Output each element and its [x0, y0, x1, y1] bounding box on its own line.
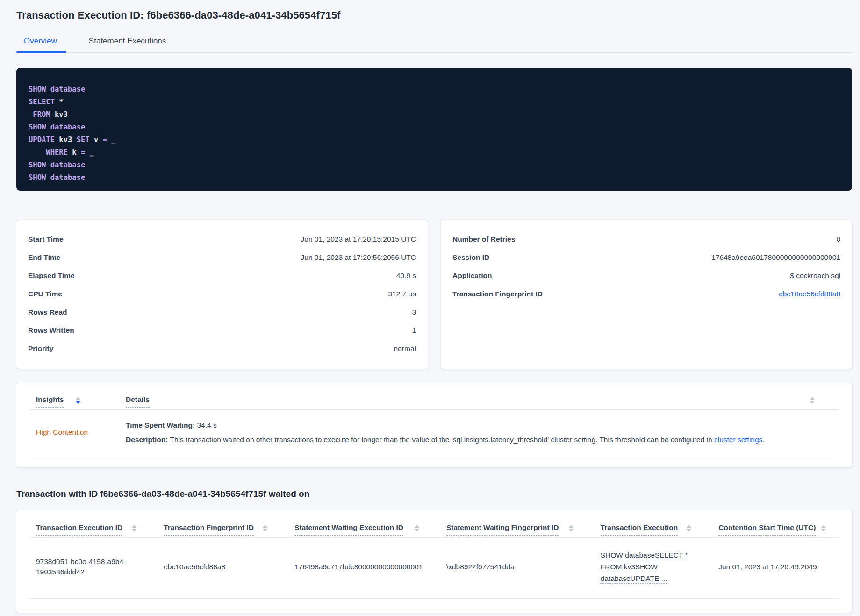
insights-header-label[interactable]: Insights [36, 395, 64, 408]
summary-label: Number of Retries [452, 235, 515, 244]
sort-icon[interactable] [569, 525, 573, 532]
sort-icon[interactable] [415, 525, 419, 532]
sql-line: SHOW database [29, 172, 839, 184]
sql-token: _ [107, 136, 116, 144]
tab-overview[interactable]: Overview [16, 35, 66, 52]
sort-icon[interactable] [810, 397, 815, 404]
time-spent-waiting-value: 34.4 s [195, 421, 217, 429]
description-label: Description: [126, 436, 168, 444]
sql-line: SHOW database [29, 159, 839, 172]
column-header-label[interactable]: Transaction Execution [601, 523, 678, 536]
tab-bar: Overview Statement Executions [16, 35, 852, 53]
insights-card: Insights Details High Contention Time Sp… [16, 382, 852, 467]
sort-down-icon [821, 529, 826, 532]
transaction-execution-statement-link[interactable]: SHOW databaseSELECT * FROM kv3SHOW datab… [601, 551, 688, 582]
sql-line: UPDATE kv3 SET v = _ [29, 134, 839, 146]
sort-down-icon [263, 529, 267, 532]
tab-statement-executions[interactable]: Statement Executions [79, 35, 175, 52]
application-value: $ cockroach sql [790, 272, 840, 280]
column-header-label[interactable]: Transaction Fingerprint ID [164, 523, 254, 536]
sql-token: _ [85, 148, 94, 157]
session-id-value: 17648a9eea6017800000000000000001 [711, 253, 840, 262]
insights-table-header: Insights Details [29, 390, 839, 410]
column-header-statement-waiting-execution-id[interactable]: Statement Waiting Execution ID [294, 523, 446, 536]
summary-label: Rows Written [28, 326, 74, 335]
sort-up-icon [415, 525, 419, 528]
insight-details: Time Spent Waiting: 34.4 s Description: … [126, 420, 839, 444]
column-header-label[interactable]: Statement Waiting Fingerprint ID [446, 523, 559, 536]
elapsed-time-value: 40.9 s [396, 272, 416, 280]
column-header-label[interactable]: Contention Start Time (UTC) [718, 523, 816, 536]
sort-up-icon [132, 525, 136, 528]
summary-row-end-time: End Time Jun 01, 2023 at 17:20:56:2056 U… [28, 248, 416, 266]
time-spent-waiting-label: Time Spent Waiting: [126, 421, 195, 429]
summary-label: End Time [28, 253, 60, 262]
cell-statement-waiting-execution-id: 176498a9c717bdc80000000000000001 [294, 562, 446, 572]
summary-row-rows-read: Rows Read 3 [28, 303, 416, 321]
end-time-value: Jun 01, 2023 at 17:20:56:2056 UTC [301, 253, 416, 262]
sort-down-icon [132, 529, 136, 532]
sql-token [29, 110, 33, 119]
retries-value: 0 [836, 235, 840, 244]
sql-token: = [103, 136, 107, 144]
cell-transaction-execution: SHOW databaseSELECT * FROM kv3SHOW datab… [601, 549, 719, 584]
execution-summary-card: Start Time Jun 01, 2023 at 17:20:15:2015… [16, 220, 428, 369]
transaction-fingerprint-link[interactable]: ebc10ae56cfd88a8 [779, 290, 840, 298]
cpu-time-value: 312.7 µs [388, 290, 416, 298]
session-summary-card: Number of Retries 0 Session ID 17648a9ee… [441, 220, 852, 369]
sql-token: * [55, 98, 64, 106]
sql-token: kv3 [50, 110, 68, 119]
column-header-contention-start-time[interactable]: Contention Start Time (UTC) [718, 523, 839, 536]
sort-down-icon [810, 401, 815, 404]
rows-written-value: 1 [412, 326, 416, 335]
sql-token: SHOW database [29, 161, 85, 169]
summary-row-application: Application $ cockroach sql [452, 266, 840, 285]
cluster-settings-link[interactable]: cluster settings [714, 436, 762, 444]
cell-transaction-fingerprint-id: ebc10ae56cfd88a8 [164, 562, 294, 572]
summary-row-priority: Priority normal [28, 339, 416, 358]
column-header-transaction-execution[interactable]: Transaction Execution [601, 523, 719, 536]
summary-row-retries: Number of Retries 0 [452, 230, 840, 248]
sql-line: SHOW database [29, 121, 839, 134]
sort-icon[interactable] [76, 397, 80, 404]
details-header-label[interactable]: Details [126, 395, 150, 408]
sort-down-icon [687, 529, 691, 532]
sort-icon[interactable] [821, 525, 826, 532]
sort-up-icon [76, 397, 80, 400]
summary-label: Priority [28, 344, 53, 353]
summary-row-transaction-fingerprint: Transaction Fingerprint ID ebc10ae56cfd8… [452, 285, 840, 303]
sort-icon[interactable] [263, 525, 267, 532]
column-header-label[interactable]: Transaction Execution ID [36, 523, 122, 536]
description-text: This transaction waited on other transac… [168, 436, 714, 444]
summary-label: Transaction Fingerprint ID [452, 290, 543, 298]
sql-token: UPDATE [29, 136, 55, 144]
summary-row-session-id: Session ID 17648a9eea6017800000000000000… [452, 248, 840, 266]
column-header-label[interactable]: Statement Waiting Execution ID [294, 523, 403, 536]
sql-token: FROM [33, 110, 50, 119]
column-header-transaction-execution-id[interactable]: Transaction Execution ID [36, 523, 164, 536]
column-header-statement-waiting-fingerprint-id[interactable]: Statement Waiting Fingerprint ID [446, 523, 601, 536]
summary-row-elapsed-time: Elapsed Time 40.9 s [28, 266, 416, 285]
column-header-transaction-fingerprint-id[interactable]: Transaction Fingerprint ID [164, 523, 294, 536]
page-title: Transaction Execution ID: f6be6366-da03-… [16, 9, 852, 21]
sort-up-icon [810, 397, 815, 400]
insight-type-badge: High Contention [36, 428, 126, 437]
summary-row-cpu-time: CPU Time 312.7 µs [28, 285, 416, 303]
sort-icon[interactable] [132, 525, 136, 532]
sql-token: = [81, 148, 85, 157]
summary-cards-row: Start Time Jun 01, 2023 at 17:20:15:2015… [16, 220, 852, 369]
sort-icon[interactable] [687, 525, 691, 532]
sql-token: SHOW database [29, 123, 85, 131]
insights-column-header[interactable]: Insights [36, 395, 126, 408]
details-column-header[interactable]: Details [126, 395, 839, 408]
summary-row-rows-written: Rows Written 1 [28, 321, 416, 339]
sql-token [29, 148, 46, 157]
sql-token: SELECT [29, 98, 55, 106]
sql-token: v [90, 136, 103, 144]
start-time-value: Jun 01, 2023 at 17:20:15:2015 UTC [301, 235, 416, 244]
waited-on-table-card: Transaction Execution ID Transaction Fin… [16, 510, 852, 613]
summary-label: CPU Time [28, 290, 62, 298]
waited-on-table-header: Transaction Execution ID Transaction Fin… [29, 518, 839, 538]
sort-down-icon [569, 529, 573, 532]
sql-token: WHERE [46, 148, 68, 157]
